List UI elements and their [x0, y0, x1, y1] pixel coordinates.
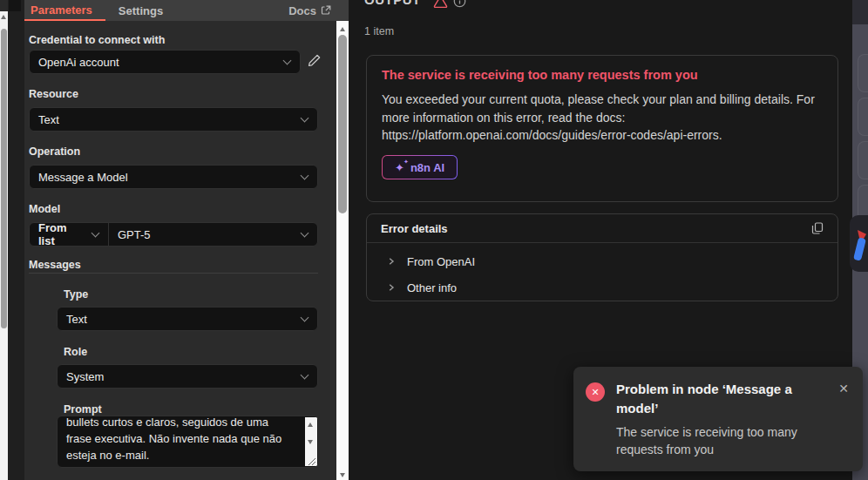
toast-title: Problem in node ‘Message a model’: [616, 380, 827, 417]
canvas-shadow: [852, 0, 868, 24]
warning-triangle-icon: [433, 0, 448, 8]
prompt-label: Prompt: [64, 403, 102, 416]
canvas-left-shadow: [9, 0, 21, 11]
model-source-value: From list: [38, 221, 85, 247]
error-details-header: Error details: [367, 214, 837, 243]
messages-section-label: Messages: [29, 259, 81, 271]
toast-body: The service is receiving too many reques…: [616, 423, 836, 458]
parameters-panel: Credential to connect with OpenAi accoun…: [24, 21, 336, 480]
prompt-textarea[interactable]: bullets curtos e claros, seguidos de uma…: [57, 416, 319, 468]
chevron-down-icon: [301, 172, 309, 180]
message-role-select[interactable]: System: [57, 364, 318, 389]
output-item-count: 1 item: [364, 25, 394, 37]
sparkles-icon: ✦✦: [395, 162, 404, 173]
chevron-down-icon: [301, 229, 309, 238]
page-left-scrollbar[interactable]: [0, 0, 8, 480]
message-type-value: Text: [66, 313, 87, 326]
node-details-view: Parameters Settings Docs Credential to c…: [0, 0, 868, 480]
scroll-up-arrow-icon[interactable]: [340, 27, 345, 31]
message-role-label: Role: [64, 346, 87, 358]
tab-parameters[interactable]: Parameters: [24, 0, 105, 21]
operation-value: Message a Model: [38, 171, 128, 184]
scrollbar-thumb[interactable]: [1, 29, 7, 328]
scroll-down-arrow-icon[interactable]: [340, 473, 345, 477]
docs-link[interactable]: Docs: [288, 0, 331, 21]
message-type-label: Type: [64, 288, 88, 301]
error-description: You exceeded your current quota, please …: [382, 91, 828, 145]
error-title: The service is receiving too many reques…: [382, 68, 698, 82]
output-title: OUTPUT: [364, 0, 421, 7]
tab-settings-label: Settings: [119, 4, 163, 17]
row-label: From OpenAI: [407, 255, 475, 268]
canvas-left-sliver: [8, 0, 24, 480]
node-logo-icon: [853, 237, 866, 260]
model-combo: From list GPT-5: [29, 222, 318, 247]
copy-icon[interactable]: [811, 222, 824, 234]
prompt-scrollbar[interactable]: [305, 417, 317, 456]
chevron-right-icon: [387, 283, 396, 292]
node-outline: [858, 141, 868, 179]
error-circle-icon: ✕: [586, 382, 605, 402]
message-type-select[interactable]: Text: [57, 307, 318, 331]
parameters-scrollbar[interactable]: [336, 21, 349, 480]
tab-parameters-label: Parameters: [31, 3, 92, 17]
tab-settings[interactable]: Settings: [105, 0, 175, 21]
chevron-down-icon: [283, 57, 292, 65]
scrollbar-thumb[interactable]: [338, 35, 347, 213]
operation-select[interactable]: Message a Model: [29, 165, 318, 189]
operation-label: Operation: [29, 145, 80, 158]
chevron-down-icon: [301, 371, 309, 380]
chevron-down-icon: [92, 229, 100, 238]
workflow-node-card[interactable]: [850, 215, 868, 272]
resource-label: Resource: [29, 88, 78, 100]
chevron-down-icon: [301, 314, 309, 322]
n8n-ai-button[interactable]: ✦✦ n8n AI: [382, 155, 458, 179]
node-outline: [858, 98, 868, 136]
external-link-icon: [321, 5, 331, 16]
error-details-row-other-info[interactable]: Other info: [367, 274, 837, 301]
chevron-right-icon: [387, 257, 396, 266]
model-source-select[interactable]: From list: [30, 223, 109, 246]
n8n-ai-button-label: n8n AI: [410, 161, 444, 174]
resize-handle-icon[interactable]: [305, 455, 317, 466]
node-outline: [858, 54, 868, 92]
error-details-row-from-openai[interactable]: From OpenAI: [367, 248, 837, 274]
model-value: GPT-5: [118, 228, 151, 241]
model-select[interactable]: GPT-5: [109, 223, 317, 246]
ndv-tab-bar: Parameters Settings Docs: [24, 0, 349, 21]
docs-link-label: Docs: [288, 4, 316, 17]
resource-select[interactable]: Text: [29, 107, 318, 132]
model-label: Model: [29, 203, 60, 215]
chevron-down-icon: [301, 114, 309, 123]
info-circle-icon[interactable]: [453, 0, 466, 8]
message-role-value: System: [66, 370, 104, 383]
error-details-title: Error details: [381, 222, 448, 235]
error-details-card: Error details From OpenAI Other info: [366, 213, 838, 301]
resource-value: Text: [38, 113, 59, 126]
edit-credential-icon[interactable]: [307, 53, 322, 68]
credential-value: OpenAi account: [38, 56, 119, 69]
credential-label: Credential to connect with: [29, 34, 165, 46]
section-divider: [29, 273, 318, 274]
scroll-down-arrow-icon[interactable]: [308, 440, 313, 444]
credential-select[interactable]: OpenAi account: [29, 50, 301, 74]
prompt-value: bullets curtos e claros, seguidos de uma…: [58, 416, 318, 463]
close-icon[interactable]: ✕: [838, 382, 849, 395]
scroll-up-arrow-icon[interactable]: [1, 15, 6, 19]
scroll-up-arrow-icon[interactable]: [308, 423, 313, 427]
error-toast: ✕ Problem in node ‘Message a model’ ✕ Th…: [573, 367, 863, 471]
row-label: Other info: [407, 281, 457, 294]
error-card: The service is receiving too many reques…: [366, 55, 838, 202]
